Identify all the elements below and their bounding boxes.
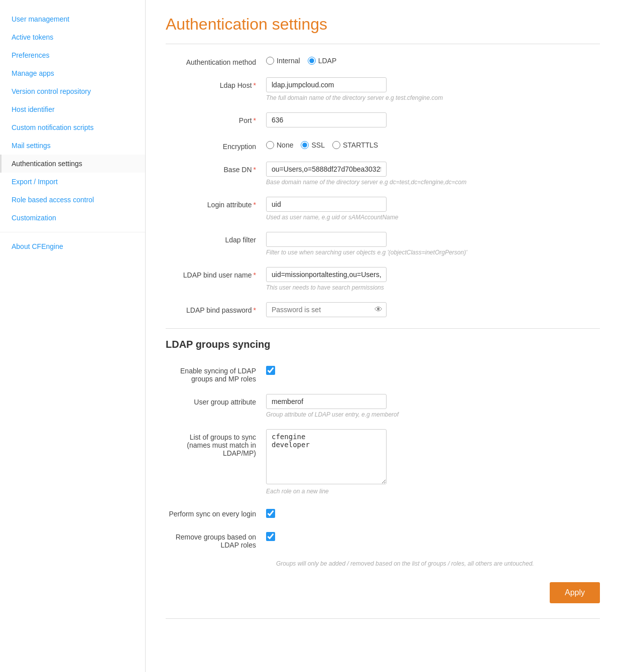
encryption-label: Encryption: [166, 139, 266, 151]
encryption-row: Encryption None SSL STARTTLS: [166, 139, 600, 151]
user-group-attr-field: Group attribute of LDAP user entry, e.g …: [266, 394, 527, 418]
apply-btn-row: Apply: [166, 582, 600, 603]
sidebar-item-about[interactable]: About CFEngine: [0, 237, 145, 255]
base-dn-input[interactable]: [266, 162, 387, 177]
sidebar-item-user-management[interactable]: User management: [0, 10, 145, 28]
ldap-bind-user-row: LDAP bind user name* This user needs to …: [166, 267, 600, 291]
list-groups-label: List of groups to sync (names must match…: [166, 429, 266, 457]
sidebar-item-mail-settings[interactable]: Mail settings: [0, 137, 145, 155]
auth-method-row: Authentication method Internal LDAP: [166, 54, 600, 66]
ldap-host-label: Ldap Host*: [166, 77, 266, 89]
login-attribute-input[interactable]: [266, 197, 387, 212]
ldap-host-required: *: [254, 81, 256, 89]
encryption-radio-group: None SSL STARTTLS: [266, 139, 527, 149]
sidebar-item-active-tokens[interactable]: Active tokens: [0, 28, 145, 46]
sidebar-item-manage-apps[interactable]: Manage apps: [0, 64, 145, 82]
ldap-host-hint: The full domain name of the directory se…: [266, 94, 527, 101]
encryption-starttls-radio[interactable]: [332, 141, 340, 149]
auth-method-internal-radio[interactable]: [266, 57, 274, 65]
sidebar-item-role-based-access-control[interactable]: Role based access control: [0, 191, 145, 209]
port-field: [266, 112, 527, 127]
enable-sync-checkbox-wrapper: [266, 363, 527, 375]
perform-sync-row: Perform sync on every login: [166, 506, 600, 518]
remove-groups-checkbox[interactable]: [266, 532, 275, 541]
sidebar-item-host-identifier[interactable]: Host identifier: [0, 100, 145, 118]
remove-groups-field: [266, 529, 527, 541]
ldap-host-row: Ldap Host* The full domain name of the d…: [166, 77, 600, 101]
ldap-bind-password-row: LDAP bind password* 👁: [166, 302, 600, 317]
ldap-bind-password-input[interactable]: [266, 302, 387, 317]
apply-button[interactable]: Apply: [550, 582, 600, 603]
user-group-attr-input[interactable]: [266, 394, 387, 409]
remove-groups-label: Remove groups based on LDAP roles: [166, 529, 266, 549]
ldap-bind-user-label: LDAP bind user name*: [166, 267, 266, 279]
auth-method-ldap-text: LDAP: [318, 57, 337, 65]
password-wrapper: 👁: [266, 302, 387, 317]
ldap-bind-user-field: This user needs to have search permissio…: [266, 267, 527, 291]
ldap-groups-section: LDAP groups syncing Enable syncing of LD…: [166, 339, 600, 603]
perform-sync-checkbox-wrapper: [266, 506, 527, 518]
sidebar-item-customization[interactable]: Customization: [0, 209, 145, 227]
perform-sync-checkbox[interactable]: [266, 509, 275, 518]
ldap-bind-user-input[interactable]: [266, 267, 387, 282]
auth-method-internal-text: Internal: [277, 57, 300, 65]
list-groups-row: List of groups to sync (names must match…: [166, 429, 600, 495]
sidebar-item-authentication-settings[interactable]: Authentication settings: [0, 155, 145, 173]
sidebar-item-custom-notification-scripts[interactable]: Custom notification scripts: [0, 118, 145, 137]
base-dn-hint: Base domain name of the directory server…: [266, 179, 527, 186]
encryption-ssl-text: SSL: [311, 141, 324, 149]
ldap-host-input[interactable]: [266, 77, 387, 92]
encryption-ssl-radio[interactable]: [301, 141, 309, 149]
ldap-filter-row: Ldap filter Filter to use when searching…: [166, 232, 600, 256]
port-row: Port*: [166, 112, 600, 127]
ldap-bind-user-hint: This user needs to have search permissio…: [266, 284, 527, 291]
login-attribute-hint: Used as user name, e.g uid or sAMAccount…: [266, 214, 527, 221]
encryption-ssl-label[interactable]: SSL: [301, 141, 324, 149]
perform-sync-field: [266, 506, 527, 518]
base-dn-label: Base DN*: [166, 162, 266, 174]
sidebar-item-version-control-repository[interactable]: Version control repository: [0, 82, 145, 100]
sidebar-item-export-import[interactable]: Export / Import: [0, 173, 145, 191]
ldap-filter-input[interactable]: [266, 232, 387, 247]
middle-divider: [166, 328, 600, 329]
sidebar-divider: [0, 232, 145, 232]
list-groups-hint: Each role on a new line: [266, 488, 527, 495]
ldap-groups-title: LDAP groups syncing: [166, 339, 600, 350]
ldap-filter-label: Ldap filter: [166, 232, 266, 244]
user-group-attr-hint: Group attribute of LDAP user entry, e.g …: [266, 411, 527, 418]
ldap-host-field: The full domain name of the directory se…: [266, 77, 527, 101]
footer-note: Groups will only be added / removed base…: [166, 560, 600, 567]
remove-groups-row: Remove groups based on LDAP roles: [166, 529, 600, 549]
port-input[interactable]: [266, 112, 387, 127]
ldap-filter-field: Filter to use when searching user object…: [266, 232, 527, 256]
user-group-attr-label: User group attribute: [166, 394, 266, 406]
encryption-starttls-label[interactable]: STARTTLS: [332, 141, 378, 149]
auth-method-label: Authentication method: [166, 54, 266, 66]
auth-method-radio-group: Internal LDAP: [266, 54, 527, 65]
top-divider: [166, 44, 600, 44]
auth-method-field: Internal LDAP: [266, 54, 527, 65]
remove-groups-checkbox-wrapper: [266, 529, 527, 541]
base-dn-required: *: [254, 166, 256, 174]
ldap-bind-user-required: *: [254, 271, 256, 279]
ldap-bind-password-required: *: [254, 306, 256, 314]
user-group-attr-row: User group attribute Group attribute of …: [166, 394, 600, 418]
port-required: *: [254, 116, 256, 124]
auth-method-ldap-label[interactable]: LDAP: [308, 57, 337, 65]
auth-method-internal-label[interactable]: Internal: [266, 57, 300, 65]
login-attribute-field: Used as user name, e.g uid or sAMAccount…: [266, 197, 527, 221]
list-groups-textarea[interactable]: cfengine developer: [266, 429, 387, 484]
list-groups-field: cfengine developer Each role on a new li…: [266, 429, 527, 495]
encryption-none-label[interactable]: None: [266, 141, 293, 149]
page-title: Authentication settings: [166, 15, 600, 34]
port-label: Port*: [166, 112, 266, 124]
enable-sync-label: Enable syncing of LDAP groups and MP rol…: [166, 363, 266, 383]
auth-method-ldap-radio[interactable]: [308, 57, 316, 65]
ldap-bind-password-field: 👁: [266, 302, 527, 317]
enable-sync-checkbox[interactable]: [266, 366, 275, 375]
base-dn-row: Base DN* Base domain name of the directo…: [166, 162, 600, 186]
show-password-icon[interactable]: 👁: [375, 305, 383, 314]
encryption-none-radio[interactable]: [266, 141, 274, 149]
sidebar-item-preferences[interactable]: Preferences: [0, 46, 145, 64]
enable-sync-row: Enable syncing of LDAP groups and MP rol…: [166, 363, 600, 383]
